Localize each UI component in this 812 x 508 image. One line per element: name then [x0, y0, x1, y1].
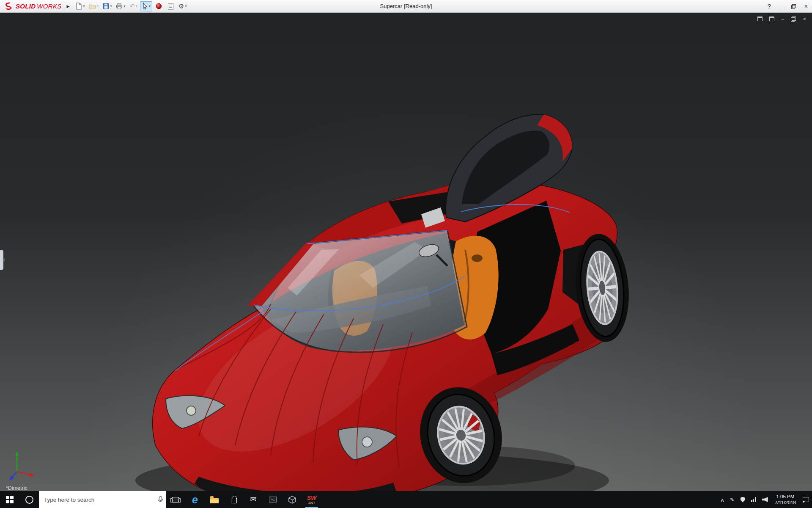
store-button[interactable]	[224, 491, 244, 508]
volume-tray-button[interactable]	[759, 491, 771, 508]
store-bag-icon	[231, 498, 237, 503]
network-icon	[751, 497, 756, 502]
file-properties-button[interactable]	[165, 1, 176, 11]
select-tool-button[interactable]: ▾	[140, 1, 152, 11]
dropdown-icon[interactable]: ▾	[149, 4, 151, 8]
printer-icon	[116, 3, 123, 9]
cortana-icon	[25, 496, 33, 504]
windows-logo-icon	[6, 496, 14, 503]
doc-tile-window-icon[interactable]	[769, 17, 774, 21]
microphone-icon[interactable]	[157, 496, 162, 503]
hidden-icons-button[interactable]: ^	[718, 491, 727, 508]
new-document-button[interactable]: ▾	[74, 1, 86, 11]
save-button[interactable]: ▾	[101, 1, 113, 11]
mail-envelope-icon: ✉	[250, 496, 256, 503]
open-folder-icon	[89, 3, 96, 9]
console-app-button[interactable]: >_	[263, 491, 283, 508]
security-tray-button[interactable]	[738, 491, 748, 508]
chevron-up-icon: ^	[721, 498, 724, 504]
options-button[interactable]: ⚙ ▾	[177, 1, 188, 11]
task-view-icon	[172, 497, 179, 502]
select-cursor-icon	[142, 3, 148, 10]
view-orientation-label: *Dimetric	[6, 485, 27, 491]
network-tray-button[interactable]	[748, 491, 759, 508]
dropdown-icon: ▾	[97, 4, 99, 8]
system-tray: ^ ✎ 1:05 PM 7/11/2018	[718, 491, 812, 508]
solidworks-logo: SOLIDWORKS	[3, 2, 63, 11]
solidworks-app-button[interactable]: SW 2017	[302, 491, 321, 508]
taskbar-search[interactable]	[39, 491, 166, 508]
console-icon: >_	[269, 497, 277, 502]
quick-access-toolbar: ▾ ▾ ▾ ▾ ↶ ▾	[74, 1, 188, 11]
file-explorer-button[interactable]	[205, 491, 224, 508]
edge-icon: e	[192, 494, 198, 505]
cube-3d-icon	[288, 496, 296, 504]
notification-icon	[803, 497, 809, 502]
taskbar-clock[interactable]: 1:05 PM 7/11/2018	[771, 494, 800, 505]
clock-time: 1:05 PM	[776, 494, 794, 500]
graphics-viewport[interactable]: – × *Dimetric	[0, 13, 812, 491]
shield-icon	[741, 497, 745, 502]
doc-restore-button[interactable]	[791, 17, 796, 22]
doc-new-window-icon[interactable]	[757, 17, 763, 21]
new-document-icon	[75, 3, 82, 10]
brand-solid-text: SOLID	[16, 3, 36, 10]
dropdown-icon[interactable]: ▾	[110, 4, 112, 8]
minimize-button[interactable]: –	[779, 3, 783, 9]
appearance-sphere-icon	[156, 3, 162, 9]
appearances-button[interactable]	[153, 1, 164, 11]
car-3d-model[interactable]	[0, 13, 812, 491]
help-button[interactable]: ?	[767, 3, 771, 9]
windows-ink-button[interactable]: ✎	[727, 491, 738, 508]
dropdown-icon[interactable]: ▾	[185, 4, 187, 8]
solidworks-titlebar: SOLIDWORKS ▶ ▾ ▾ ▾	[0, 0, 812, 13]
file-explorer-icon	[210, 498, 219, 503]
task-pane-collapse-handle[interactable]	[0, 250, 3, 270]
action-center-button[interactable]	[800, 491, 812, 508]
orientation-triad[interactable]	[7, 447, 38, 481]
brand-works-text: WORKS	[37, 3, 61, 10]
open-button[interactable]: ▾	[87, 1, 100, 11]
search-input[interactable]	[44, 497, 157, 503]
ds-logo-icon	[4, 2, 14, 11]
clock-date: 7/11/2018	[775, 500, 796, 505]
mail-button[interactable]: ✉	[244, 491, 263, 508]
window-controls: ? – ×	[767, 0, 808, 13]
file-properties-icon	[167, 3, 174, 10]
start-button[interactable]	[0, 491, 19, 508]
undo-button[interactable]: ↶ ▾	[128, 1, 140, 11]
document-window-controls: – ×	[757, 16, 806, 22]
dropdown-icon[interactable]: ▾	[83, 4, 85, 8]
edrawings-button[interactable]	[283, 491, 302, 508]
undo-icon: ↶	[130, 3, 135, 10]
cortana-button[interactable]	[19, 491, 39, 508]
task-view-button[interactable]	[166, 491, 185, 508]
restore-button[interactable]	[791, 4, 796, 9]
save-floppy-icon	[103, 3, 109, 9]
solidworks-app-icon: SW 2017	[307, 495, 317, 504]
edge-browser-button[interactable]: e	[185, 491, 205, 508]
dropdown-icon: ▾	[136, 4, 137, 8]
dropdown-icon[interactable]: ▾	[123, 4, 125, 8]
doc-close-button[interactable]: ×	[803, 16, 806, 22]
print-button[interactable]: ▾	[114, 1, 127, 11]
close-button[interactable]: ×	[804, 3, 808, 9]
speaker-icon	[762, 497, 768, 502]
windows-taskbar: e ✉ >_ SW 2017 ^ ✎	[0, 491, 812, 508]
doc-minimize-button[interactable]: –	[781, 16, 784, 22]
pen-icon: ✎	[730, 497, 735, 503]
window-title: Supercar [Read-only]	[380, 3, 432, 9]
gear-icon: ⚙	[178, 3, 184, 10]
menu-expand-icon[interactable]: ▶	[67, 4, 70, 8]
